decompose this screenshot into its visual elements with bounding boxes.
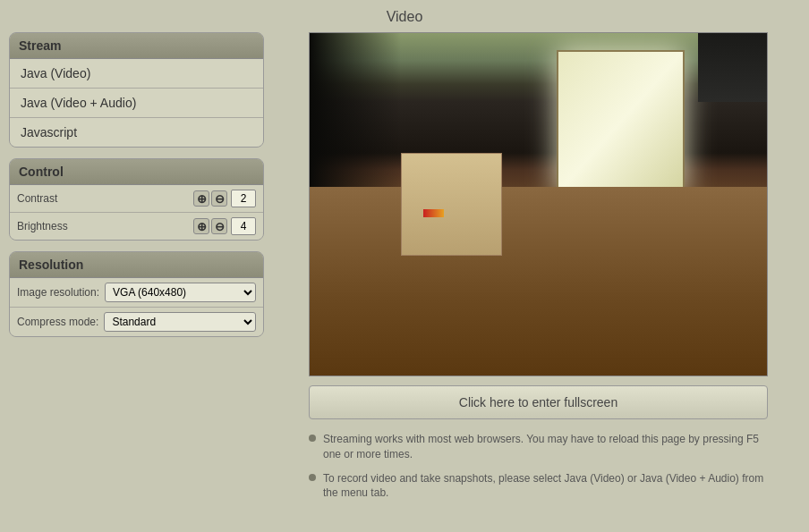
note-bullet-1	[309, 435, 316, 442]
brightness-increase-button[interactable]: ⊕	[193, 218, 209, 234]
video-feed	[309, 32, 768, 376]
image-resolution-label: Image resolution:	[17, 286, 99, 299]
contrast-value[interactable]	[231, 190, 256, 207]
video-window	[557, 50, 685, 194]
brightness-label: Brightness	[17, 220, 193, 232]
note-text-1: Streaming works with most web browsers. …	[323, 432, 768, 462]
contrast-increase-button[interactable]: ⊕	[193, 190, 209, 207]
video-scene	[310, 33, 767, 376]
video-box-label	[423, 209, 443, 217]
video-box	[401, 153, 501, 256]
resolution-panel-header: Resolution	[10, 252, 263, 278]
brightness-buttons: ⊕ ⊖	[193, 218, 227, 234]
java-video-audio-link[interactable]: Java (Video + Audio)	[10, 89, 263, 118]
fullscreen-button[interactable]: Click here to enter fullscreen	[309, 385, 768, 419]
contrast-buttons: ⊕ ⊖	[193, 190, 227, 207]
content-area: Click here to enter fullscreen Streaming…	[277, 32, 800, 510]
note-item-2: To record video and take snapshots, plea…	[309, 471, 768, 502]
java-video-link[interactable]: Java (Video)	[10, 59, 263, 89]
control-panel-header: Control	[10, 159, 263, 185]
control-panel: Control Contrast ⊕ ⊖ Brightness ⊕ ⊖	[9, 158, 264, 241]
video-tv	[698, 33, 767, 102]
stream-panel-header: Stream	[10, 33, 263, 59]
javascript-link[interactable]: Javascript	[10, 118, 263, 147]
compress-mode-select[interactable]: Standard Low High Very High	[104, 312, 256, 332]
page-title: Video	[0, 0, 809, 32]
note-item-1: Streaming works with most web browsers. …	[309, 432, 768, 462]
brightness-decrease-button[interactable]: ⊖	[211, 218, 227, 234]
note-text-2: To record video and take snapshots, plea…	[323, 471, 768, 502]
contrast-decrease-button[interactable]: ⊖	[211, 190, 227, 207]
video-desk	[310, 187, 767, 376]
notes-section: Streaming works with most web browsers. …	[309, 428, 768, 510]
brightness-row: Brightness ⊕ ⊖	[10, 213, 263, 240]
image-resolution-select[interactable]: VGA (640x480) QVGA (320x240) SVGA (800x6…	[105, 283, 256, 302]
compress-mode-row: Compress mode: Standard Low High Very Hi…	[10, 308, 263, 336]
compress-mode-label: Compress mode:	[17, 316, 98, 328]
note-bullet-2	[309, 474, 316, 481]
brightness-value[interactable]	[231, 217, 256, 235]
stream-panel: Stream Java (Video) Java (Video + Audio)…	[9, 32, 264, 148]
contrast-label: Contrast	[17, 192, 193, 205]
image-resolution-row: Image resolution: VGA (640x480) QVGA (32…	[10, 278, 263, 308]
contrast-row: Contrast ⊕ ⊖	[10, 185, 263, 213]
sidebar: Stream Java (Video) Java (Video + Audio)…	[9, 32, 264, 510]
resolution-panel: Resolution Image resolution: VGA (640x48…	[9, 251, 264, 337]
